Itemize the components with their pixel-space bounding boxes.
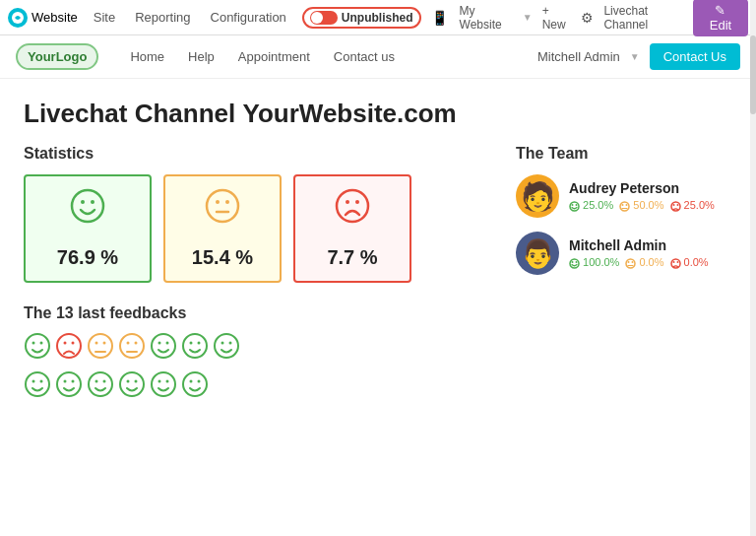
svg-point-57 — [57, 372, 81, 396]
phone-icon: 📱 — [431, 10, 448, 26]
toggle-knob — [311, 12, 323, 24]
svg-point-13 — [576, 204, 578, 206]
feedback-icon — [87, 370, 114, 405]
website-logo[interactable]: YourLogo — [16, 43, 98, 70]
sad-face-icon — [335, 188, 370, 231]
svg-point-39 — [103, 342, 106, 345]
website-nav-right: Mitchell Admin ▼ Contact Us — [537, 43, 740, 70]
stat-card-green: 76.9 % — [24, 174, 152, 283]
feedback-icon — [118, 332, 146, 367]
mitchell-name: Mitchell Admin — [569, 237, 709, 253]
edit-button[interactable]: ✎ Edit — [693, 0, 748, 36]
svg-point-28 — [671, 259, 680, 268]
svg-point-58 — [64, 380, 67, 383]
unpublished-toggle[interactable]: Unpublished — [302, 7, 421, 29]
svg-point-19 — [672, 204, 674, 206]
page-title-suffix: YourWebsite.com — [243, 99, 457, 128]
svg-point-60 — [89, 372, 112, 396]
livechat-channel-nav-btn[interactable]: Livechat Channel — [598, 1, 688, 34]
nav-link-appointment[interactable]: Appointment — [226, 49, 322, 64]
feedbacks-title: The 13 last feedbacks — [24, 304, 732, 322]
svg-point-70 — [190, 380, 193, 383]
gear-icon[interactable]: ⚙ — [581, 10, 594, 26]
svg-point-12 — [572, 204, 574, 206]
svg-point-30 — [676, 261, 678, 263]
svg-point-48 — [183, 334, 207, 358]
svg-point-20 — [676, 204, 678, 206]
svg-point-49 — [190, 342, 193, 345]
audrey-yellow-stat: 50.0% — [619, 199, 663, 212]
user-menu[interactable]: Mitchell Admin — [537, 49, 620, 64]
svg-point-5 — [216, 200, 220, 204]
nav-right: My Website ▼ + New ⚙ Livechat Channel ✎ … — [454, 0, 748, 36]
feedback-icon — [150, 370, 177, 405]
svg-point-32 — [32, 342, 35, 345]
team-member-audrey: 🧑 Audrey Peterson 25.0% 50.0% — [516, 174, 732, 218]
happy-face-icon — [70, 188, 105, 231]
svg-point-54 — [26, 372, 49, 396]
nav-link-help[interactable]: Help — [176, 49, 226, 64]
stats-team-row: Statistics 76.9 % — [24, 145, 732, 289]
svg-point-34 — [57, 334, 81, 358]
configuration-nav-item[interactable]: Configuration — [203, 6, 294, 29]
svg-point-68 — [166, 380, 169, 383]
reporting-nav-item[interactable]: Reporting — [127, 6, 198, 29]
mitchell-info: Mitchell Admin 100.0% 0.0% — [569, 237, 709, 269]
green-stat-value: 76.9 % — [57, 246, 118, 269]
svg-point-26 — [628, 261, 630, 263]
svg-point-63 — [120, 372, 144, 396]
feedback-icon — [181, 332, 209, 367]
scrollbar-thumb[interactable] — [750, 35, 756, 114]
svg-point-29 — [672, 261, 674, 263]
svg-point-43 — [135, 342, 138, 345]
team-section: The Team 🧑 Audrey Peterson 25.0% — [516, 145, 732, 289]
audrey-red-stat: 25.0% — [670, 199, 715, 212]
svg-point-35 — [64, 342, 67, 345]
svg-point-45 — [152, 334, 175, 358]
statistics-title: Statistics — [24, 145, 476, 163]
top-nav: Website Site Reporting Configuration Unp… — [0, 0, 756, 35]
svg-point-41 — [120, 334, 144, 358]
svg-point-3 — [91, 200, 94, 204]
svg-point-53 — [229, 342, 232, 345]
audrey-avatar: 🧑 — [516, 174, 559, 218]
svg-point-50 — [198, 342, 201, 345]
feedback-icon — [118, 370, 146, 405]
feedback-icon — [55, 332, 83, 367]
my-website-chevron: ▼ — [523, 12, 533, 23]
user-chevron: ▼ — [630, 51, 640, 62]
svg-point-24 — [626, 259, 635, 268]
svg-point-21 — [570, 259, 579, 268]
new-btn[interactable]: + New — [536, 1, 578, 34]
svg-point-36 — [72, 342, 75, 345]
page-title-prefix: Livechat Channel — [24, 99, 235, 128]
website-nav: YourLogo Home Help Appointment Contact u… — [0, 35, 756, 79]
page-title: Livechat Channel YourWebsite.com — [24, 99, 732, 129]
svg-point-52 — [221, 342, 224, 345]
svg-point-65 — [135, 380, 138, 383]
svg-point-38 — [95, 342, 98, 345]
svg-point-22 — [572, 261, 574, 263]
site-nav-item[interactable]: Site — [86, 6, 123, 29]
nav-link-contact[interactable]: Contact us — [322, 49, 407, 64]
my-website-btn[interactable]: My Website — [454, 1, 519, 34]
contact-us-button[interactable]: Contact Us — [650, 43, 740, 70]
svg-point-18 — [671, 202, 680, 211]
scrollbar[interactable] — [750, 0, 756, 536]
svg-point-71 — [198, 380, 201, 383]
svg-point-61 — [95, 380, 98, 383]
website-nav-item[interactable]: Website — [32, 10, 78, 25]
audrey-stats: 25.0% 50.0% 25.0% — [569, 199, 715, 212]
feedback-icon — [181, 370, 209, 405]
team-member-mitchell: 👨 Mitchell Admin 100.0% 0.0% — [516, 232, 732, 275]
svg-point-8 — [337, 190, 368, 222]
svg-point-33 — [40, 342, 43, 345]
svg-point-14 — [620, 202, 629, 211]
svg-point-69 — [183, 372, 207, 396]
audrey-info: Audrey Peterson 25.0% 50.0% — [569, 180, 715, 212]
team-title: The Team — [516, 145, 732, 163]
mitchell-red-stat: 0.0% — [670, 256, 709, 269]
mitchell-avatar: 👨 — [516, 232, 559, 275]
nav-link-home[interactable]: Home — [118, 49, 176, 64]
mitchell-stats: 100.0% 0.0% 0.0% — [569, 256, 709, 269]
